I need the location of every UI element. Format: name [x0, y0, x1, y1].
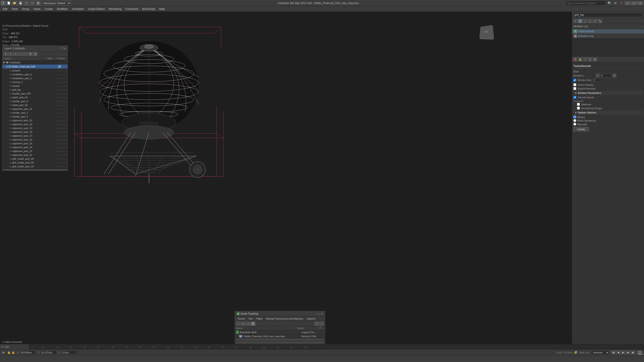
- viewport[interactable]: [+] [Perspective] [Shaded + Edged Faces]…: [0, 12, 572, 362]
- new-btn[interactable]: 📄: [6, 1, 11, 6]
- redo-btn[interactable]: ↪: [30, 1, 35, 6]
- menu-create[interactable]: Create: [43, 7, 55, 11]
- update-options-header[interactable]: ▼ Update Options: [573, 110, 643, 115]
- view-cube[interactable]: TOP: [479, 25, 495, 41]
- update-button[interactable]: Update: [573, 127, 589, 131]
- menu-animation[interactable]: Animation: [70, 7, 86, 11]
- manually-radio[interactable]: [573, 123, 576, 126]
- panel-icon-modify[interactable]: ⚙: [578, 19, 582, 23]
- explicit-normals-checkbox[interactable]: [573, 87, 576, 90]
- isoline-checkbox[interactable]: [573, 83, 576, 86]
- search-input[interactable]: [566, 1, 606, 6]
- panel-icon-create[interactable]: ✦: [573, 19, 578, 23]
- layer-item-eqip20[interactable]: eqipment_part_20 —— ——: [2, 119, 68, 122]
- menu-tools[interactable]: Tools: [10, 7, 20, 11]
- scene-canvas[interactable]: [0, 12, 572, 362]
- asset-row-file[interactable]: M Kettle_Charcoal_Grill_max_vray.max Net…: [235, 335, 325, 338]
- layer-item-eqip12[interactable]: eqipment_part_12 —— ——: [2, 153, 68, 157]
- asset-tb-info[interactable]: i: [320, 322, 324, 326]
- asset-menu-paths[interactable]: Paths: [254, 317, 264, 321]
- modifier-turbosmooth[interactable]: T TurboSmooth: [572, 29, 644, 34]
- smoothing-groups-checkbox[interactable]: [577, 107, 580, 110]
- goto-end-btn[interactable]: ▶|: [631, 351, 636, 355]
- selected-dropdown[interactable]: Selected: [591, 350, 609, 355]
- layer-item-handle[interactable]: handle —— ——: [2, 84, 68, 88]
- layer-panel-help-btn[interactable]: ?: [62, 47, 63, 50]
- panel-icon-utilities[interactable]: 🔧: [598, 19, 602, 23]
- surface-params-header[interactable]: ▼ Surface Parameters: [573, 91, 643, 95]
- timeline[interactable]: 0 / 100 0 5 10 15 20 25 30 35 40 45 50 5…: [0, 344, 644, 349]
- maximize-btn[interactable]: □: [631, 1, 637, 5]
- asset-row-vault[interactable]: Autodesk Vault Logged Out ...: [235, 330, 325, 335]
- play-btn[interactable]: ▶: [621, 351, 626, 355]
- layer-item-eqip21[interactable]: eqipment_part_21 —— ——: [2, 107, 68, 111]
- layer-item-kettle[interactable]: ▶ Kettle_Charcoal_Grill ■ ——: [2, 64, 68, 69]
- layer-toolbar-btn-1[interactable]: ≡: [4, 52, 8, 56]
- asset-restore-btn[interactable]: □: [319, 312, 320, 316]
- show-end-icon[interactable]: |: [583, 57, 587, 61]
- asset-tb-btn3[interactable]: □: [246, 322, 250, 326]
- layer-panel-close-btn[interactable]: ×: [64, 47, 66, 50]
- help-icon[interactable]: ?: [619, 1, 624, 6]
- save-btn[interactable]: 💾: [18, 1, 23, 6]
- layer-item-handle007[interactable]: handle_part_007 —— ——: [2, 92, 68, 96]
- layer-toolbar-btn-2[interactable]: ×: [8, 52, 13, 56]
- layer-item-grill-inside09[interactable]: grill_inside_part_09 —— ——: [2, 161, 68, 165]
- asset-menu-options[interactable]: Options: [305, 317, 317, 321]
- menu-customize[interactable]: Customize: [124, 7, 140, 11]
- search-icon[interactable]: 🔍: [607, 1, 612, 6]
- menu-help[interactable]: Help: [157, 7, 166, 11]
- layer-toolbar-btn-4[interactable]: ↓: [18, 52, 23, 56]
- layer-item-grill-top[interactable]: grill_top —— ——: [2, 88, 68, 92]
- menu-graph-editors[interactable]: Graph Editors: [86, 7, 106, 11]
- close-btn[interactable]: ×: [637, 1, 643, 5]
- make-unique-icon[interactable]: U: [588, 57, 592, 61]
- panel-icon-display[interactable]: ☐: [593, 19, 597, 23]
- render-setup-btn[interactable]: 🖼: [36, 1, 41, 6]
- smooth-result-checkbox[interactable]: [573, 96, 576, 99]
- layer-item-eqip17[interactable]: eqipment_part_17 —— ——: [2, 134, 68, 138]
- menu-views[interactable]: Views: [32, 7, 42, 11]
- open-btn[interactable]: 📂: [12, 1, 17, 6]
- iterations-plus-btn[interactable]: +: [612, 74, 616, 77]
- when-rendering-radio[interactable]: [573, 119, 576, 122]
- timeline-track[interactable]: 0 5 10 15 20 25 30 35 40 45 50 55 60 65 …: [29, 344, 644, 349]
- layer-toolbar-btn-5[interactable]: ↑: [23, 52, 28, 56]
- lock-icon[interactable]: 🔒: [578, 57, 582, 61]
- menu-edit[interactable]: Edit: [1, 7, 9, 11]
- layer-item-eqip15[interactable]: eqipment_part_15 —— ——: [2, 142, 68, 145]
- layer-item-vent1[interactable]: ventilation_part_1 —— ——: [2, 76, 68, 80]
- workspace-dropdown[interactable]: Workspace: Default: [42, 1, 71, 6]
- modifier-editablepoly[interactable]: E Editable Poly: [572, 34, 644, 38]
- settings-icon[interactable]: ⚙: [613, 1, 618, 6]
- layer-item-eqip10[interactable]: eqipment_part_10 —— ——: [2, 122, 68, 126]
- asset-tb-btn1[interactable]: ↑: [236, 322, 240, 326]
- z-coord-input[interactable]: [62, 351, 77, 355]
- asset-close-btn[interactable]: ×: [321, 312, 323, 316]
- iterations-minus-btn[interactable]: -: [596, 74, 600, 77]
- materials-checkbox[interactable]: [577, 103, 580, 106]
- asset-minimize-btn[interactable]: ─: [316, 312, 318, 316]
- layer-item-grill-inside15[interactable]: grill_inside_part_15 —— ——: [2, 165, 68, 168]
- layer-scrollbar[interactable]: [2, 169, 68, 171]
- layer-toolbar-btn-7[interactable]: ☰: [33, 52, 38, 56]
- iterations-input[interactable]: [600, 74, 612, 77]
- layer-item-handle2[interactable]: handle_part_2 —— ——: [2, 115, 68, 119]
- remove-modifier-icon[interactable]: 🗑: [593, 57, 597, 61]
- layer-toolbar-btn-6[interactable]: ⚙: [28, 52, 33, 56]
- layer-item-handle6[interactable]: handle_part_6 —— ——: [2, 99, 68, 103]
- minimize-btn[interactable]: ─: [624, 1, 630, 5]
- render-iters-input[interactable]: [593, 78, 602, 82]
- object-name-field[interactable]: [573, 13, 643, 17]
- menu-rendering[interactable]: Rendering: [107, 7, 123, 11]
- undo-btn[interactable]: ↩: [24, 1, 29, 6]
- layer-item-whell04[interactable]: whell_part_04 —— ——: [2, 96, 68, 99]
- layer-item-eqip13[interactable]: eqipment_part_13 —— ——: [2, 149, 68, 153]
- layer-item-screew[interactable]: screew —— ——: [2, 69, 68, 73]
- layer-item-eqip18[interactable]: eqipment_part_18 —— ——: [2, 130, 68, 134]
- layer-item-handle1[interactable]: handle_part_1 —— ——: [2, 111, 68, 115]
- panel-icon-motion[interactable]: ◇: [588, 19, 592, 23]
- menu-modifiers[interactable]: Modifiers: [55, 7, 70, 11]
- panel-icon-hierarchy[interactable]: △: [583, 19, 587, 23]
- layer-item-vent2[interactable]: ventilation_part_2 —— ——: [2, 73, 68, 76]
